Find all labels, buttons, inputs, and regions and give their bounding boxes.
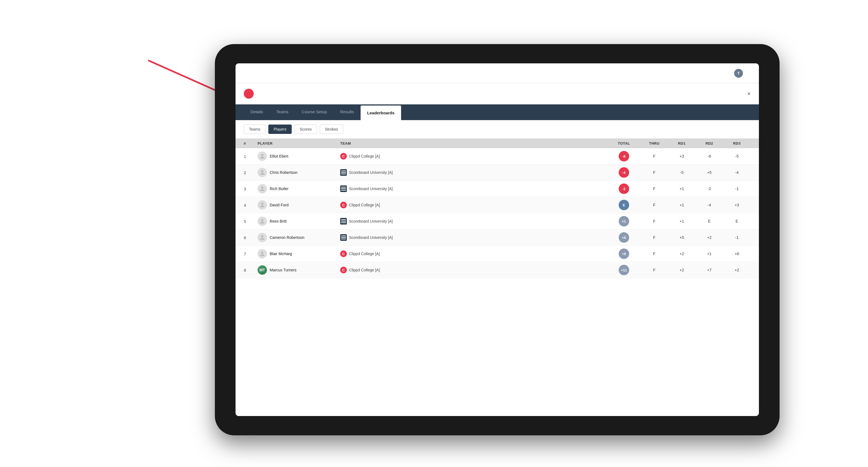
avatar [257, 233, 267, 242]
svg-rect-13 [341, 219, 346, 220]
player-name: David Ford [270, 203, 288, 207]
rank-cell: 6 [244, 235, 257, 240]
rank-cell: 2 [244, 170, 257, 175]
leaderboard-table: 1 Elliot Ebert C Clippd College [A] -8 F… [236, 148, 759, 416]
col-rd1: RD1 [668, 141, 695, 146]
filter-strokes-button[interactable]: Strokes [320, 125, 343, 134]
svg-rect-15 [341, 222, 346, 223]
svg-point-20 [261, 252, 264, 254]
total-score: +11 [619, 265, 629, 275]
rd2-value: -4 [695, 203, 723, 207]
user-avatar: T [734, 69, 743, 78]
avatar [257, 217, 267, 226]
team-name: Clippd College [A] [349, 252, 380, 256]
team-cell: Scoreboard University [A] [340, 185, 608, 192]
col-rd3: RD3 [723, 141, 751, 146]
team-logo-clippd: C [340, 250, 347, 257]
avatar [257, 184, 267, 193]
svg-rect-6 [341, 174, 346, 175]
avatar: MT [257, 265, 267, 275]
player-name: Chris Robertson [270, 170, 298, 175]
nav-teams[interactable] [265, 72, 268, 75]
rank-cell: 8 [244, 268, 257, 273]
filter-scores-button[interactable]: Scores [294, 125, 317, 134]
svg-rect-5 [341, 172, 346, 173]
tablet-frame: T ✕ Details Teams Course Setup Results L… [215, 44, 780, 435]
team-logo-scoreboard [340, 185, 347, 192]
rd2-value: +2 [695, 235, 723, 240]
player-cell: Chris Robertson [257, 168, 340, 177]
svg-point-16 [261, 235, 264, 238]
svg-point-3 [261, 170, 264, 173]
avatar [257, 200, 267, 210]
total-score: +1 [619, 216, 629, 226]
player-name: Rich Butler [270, 187, 288, 191]
rank-cell: 3 [244, 187, 257, 191]
total-score: E [619, 200, 629, 210]
rd2-value: E [695, 219, 723, 223]
tab-details[interactable]: Details [244, 104, 270, 120]
table-row: 2 Chris Robertson Scoreboard University … [236, 164, 759, 181]
table-header: # PLAYER TEAM TOTAL THRU RD1 RD2 RD3 [236, 138, 759, 148]
rd1-value: +1 [668, 203, 695, 207]
thru-value: F [641, 203, 668, 207]
svg-rect-8 [341, 187, 346, 188]
svg-point-11 [261, 203, 264, 205]
thru-value: F [641, 219, 668, 223]
total-score: -4 [619, 167, 629, 178]
tab-leaderboards[interactable]: Leaderboards [361, 105, 401, 120]
team-name: Scoreboard University [A] [349, 219, 393, 223]
team-cell: C Clippd College [A] [340, 153, 608, 159]
team-logo-scoreboard [340, 234, 347, 241]
sub-nav: Details Teams Course Setup Results Leade… [236, 104, 759, 120]
tab-teams[interactable]: Teams [270, 104, 295, 120]
svg-rect-19 [341, 239, 346, 240]
player-cell: David Ford [257, 200, 340, 210]
nav-links [255, 72, 734, 75]
rd2-value: -6 [695, 154, 723, 158]
rd3-value: -1 [723, 235, 751, 240]
rd1-value: +3 [668, 154, 695, 158]
team-cell: Scoreboard University [A] [340, 234, 608, 241]
rd3-value: -1 [723, 187, 751, 191]
rd3-value: +6 [723, 252, 751, 256]
thru-value: F [641, 187, 668, 191]
table-row: 5 Rees Britt Scoreboard University [A] +… [236, 213, 759, 229]
team-name: Clippd College [A] [349, 268, 380, 272]
svg-rect-4 [341, 170, 346, 172]
team-logo-clippd: C [340, 153, 347, 159]
table-row: 8 MT Marcus Turners C Clippd College [A]… [236, 262, 759, 278]
cancel-button[interactable]: ✕ [745, 91, 751, 96]
team-cell: C Clippd College [A] [340, 267, 608, 273]
col-total: TOTAL [608, 141, 641, 146]
filter-bar: Teams Players Scores Strokes [236, 120, 759, 138]
rank-cell: 4 [244, 203, 257, 208]
nav-tournaments[interactable] [255, 72, 257, 75]
tab-course-setup[interactable]: Course Setup [295, 104, 334, 120]
team-cell: C Clippd College [A] [340, 202, 608, 208]
col-player: PLAYER [257, 141, 340, 146]
total-score: +9 [619, 249, 629, 259]
filter-teams-button[interactable]: Teams [244, 125, 266, 134]
player-cell: Rich Butler [257, 184, 340, 193]
team-cell: Scoreboard University [A] [340, 218, 608, 224]
player-cell: Rees Britt [257, 217, 340, 226]
team-name: Clippd College [A] [349, 203, 380, 207]
thru-value: F [641, 154, 668, 158]
rd1-value: +2 [668, 252, 695, 256]
tab-results[interactable]: Results [334, 104, 361, 120]
team-logo-scoreboard [340, 218, 347, 224]
col-thru: THRU [641, 141, 668, 146]
filter-players-button[interactable]: Players [268, 125, 292, 134]
team-cell: C Clippd College [A] [340, 250, 608, 257]
avatar [257, 152, 267, 161]
svg-point-7 [261, 187, 264, 189]
avatar [257, 249, 267, 258]
thru-value: F [641, 268, 668, 272]
rd1-value: +1 [668, 219, 695, 223]
svg-rect-14 [341, 221, 346, 222]
team-cell: Scoreboard University [A] [340, 169, 608, 176]
rd2-value: +1 [695, 252, 723, 256]
thru-value: F [641, 170, 668, 175]
total-score: -8 [619, 151, 629, 161]
